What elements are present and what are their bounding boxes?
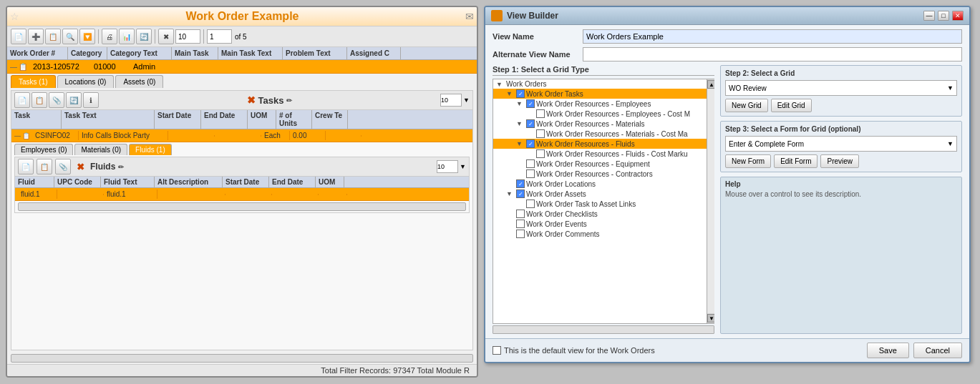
tree-item-9[interactable]: Work Order Resources - Contractors xyxy=(493,169,707,179)
tree-checkbox-10[interactable] xyxy=(516,179,525,188)
tree-expand-icon[interactable]: ▼ xyxy=(516,120,525,127)
tree-checkbox-11[interactable] xyxy=(516,189,525,198)
tasks-page-size[interactable] xyxy=(440,94,462,107)
tree-checkbox-4[interactable] xyxy=(526,119,535,128)
edit-grid-btn[interactable]: Edit Grid xyxy=(771,99,812,112)
step2-dropdown[interactable]: WO Review ▼ xyxy=(725,80,957,96)
tree-item-6[interactable]: ▼Work Order Resources - Fluids xyxy=(493,139,707,149)
tree-item-7[interactable]: Work Order Resources - Fluids - Cost Mar… xyxy=(493,149,707,159)
tree-hscrollbar[interactable] xyxy=(493,325,714,334)
fluids-page-size[interactable] xyxy=(437,160,458,173)
row-expand-icon[interactable]: — xyxy=(10,63,17,71)
default-checkbox-box[interactable] xyxy=(493,346,501,355)
task-info-btn[interactable]: ℹ xyxy=(83,92,99,108)
sub-tab-fluids[interactable]: Fluids (1) xyxy=(129,144,172,155)
star-icon[interactable]: ☆ xyxy=(10,11,19,22)
step3-dropdown[interactable]: Enter & Complete Form ▼ xyxy=(725,136,957,152)
tree-item-8[interactable]: Work Order Resources - Equipment xyxy=(493,159,707,169)
tree-expand-icon[interactable]: ▼ xyxy=(506,90,515,97)
tree-label-3: Work Order Resources - Employees - Cost … xyxy=(546,110,690,118)
task-new-btn[interactable]: 📄 xyxy=(14,92,30,108)
edit-form-btn[interactable]: Edit Form xyxy=(774,154,818,168)
maximize-btn[interactable]: □ xyxy=(938,11,949,21)
tree-checkbox-3[interactable] xyxy=(536,109,545,118)
scroll-down-btn[interactable]: ▼ xyxy=(707,314,714,323)
fluid-new-btn[interactable]: 📄 xyxy=(18,159,34,174)
tree-label-5: Work Order Resources - Materials - Cost … xyxy=(546,130,688,138)
search-btn[interactable]: 🔍 xyxy=(62,29,78,44)
new-form-btn[interactable]: New Form xyxy=(725,154,771,168)
cancel-btn[interactable]: Cancel xyxy=(913,343,962,358)
tree-item-13[interactable]: Work Order Checklists xyxy=(493,209,707,219)
task-refresh-btn[interactable]: 🔄 xyxy=(66,92,82,108)
mail-icon[interactable]: ✉ xyxy=(465,11,474,22)
tree-item-12[interactable]: Work Order Task to Asset Links xyxy=(493,199,707,209)
tree-expand-icon[interactable]: ▼ xyxy=(516,140,525,147)
sub-tab-materials[interactable]: Materials (0) xyxy=(74,144,127,155)
view-name-input[interactable] xyxy=(583,29,962,44)
tree-checkbox-15[interactable] xyxy=(516,230,525,238)
tree-expand-icon[interactable]: ▼ xyxy=(496,81,505,88)
fluid-copy-btn[interactable]: 📋 xyxy=(37,159,52,174)
new-btn[interactable]: 📄 xyxy=(11,29,26,44)
page-size-input[interactable] xyxy=(175,29,200,44)
tree-checkbox-1[interactable] xyxy=(516,89,525,98)
scroll-up-btn[interactable]: ▲ xyxy=(707,80,714,89)
fluids-scrollbar[interactable] xyxy=(18,202,466,211)
open-btn[interactable]: ➕ xyxy=(28,29,44,44)
tree-checkbox-5[interactable] xyxy=(536,129,545,138)
tree-checkbox-14[interactable] xyxy=(516,220,525,228)
tree-item-14[interactable]: Work Order Events xyxy=(493,219,707,229)
tree-checkbox-8[interactable] xyxy=(526,159,535,168)
tree-checkbox-7[interactable] xyxy=(536,149,545,158)
print-btn[interactable]: 🖨 xyxy=(102,29,117,44)
save-btn[interactable]: Save xyxy=(867,343,909,358)
tree-checkbox-13[interactable] xyxy=(516,210,525,218)
task-attach-btn[interactable]: 📎 xyxy=(49,92,64,108)
tree-item-11[interactable]: ▼Work Order Assets xyxy=(493,189,707,199)
fluids-filter-icon[interactable]: ✏ xyxy=(118,163,124,171)
tree-item-2[interactable]: ▼Work Order Resources - Employees xyxy=(493,99,707,109)
tree-checkbox-12[interactable] xyxy=(526,200,535,208)
fluid-attach-btn[interactable]: 📎 xyxy=(55,159,71,174)
tree-checkbox-6[interactable] xyxy=(526,139,535,148)
tree-item-10[interactable]: Work Order Locations xyxy=(493,179,707,189)
tree-checkbox-2[interactable] xyxy=(526,99,535,108)
vb-main-content: Step 1: Select a Grid Type ▼Work Orders▼… xyxy=(493,65,962,334)
task-expand-icon[interactable]: — xyxy=(14,132,21,139)
tree-item-0[interactable]: ▼Work Orders xyxy=(493,79,707,89)
tree-checkbox-9[interactable] xyxy=(526,169,535,178)
main-scrollbar-h[interactable] xyxy=(11,354,473,363)
fluids-data-row[interactable]: fluid.1 fluid.1 xyxy=(15,188,469,201)
alt-view-name-input[interactable] xyxy=(583,47,962,61)
minimize-btn[interactable]: — xyxy=(923,11,935,21)
col-crew: Crew Te xyxy=(312,110,348,129)
close-btn[interactable]: ✕ xyxy=(952,11,964,21)
tree-expand-icon[interactable]: ▼ xyxy=(506,190,515,197)
delete-btn[interactable]: ✖ xyxy=(158,29,174,44)
filter-btn[interactable]: 🔽 xyxy=(79,29,95,44)
new-grid-btn[interactable]: New Grid xyxy=(725,99,768,112)
tree-item-5[interactable]: Work Order Resources - Materials - Cost … xyxy=(493,129,707,139)
default-view-checkbox-row[interactable]: This is the default view for the Work Or… xyxy=(493,346,863,355)
chart-btn[interactable]: 📊 xyxy=(119,29,135,44)
sub-tab-employees[interactable]: Employees (0) xyxy=(14,144,73,155)
tree-item-4[interactable]: ▼Work Order Resources - Materials xyxy=(493,119,707,129)
tab-assets[interactable]: Assets (0) xyxy=(115,75,163,88)
tasks-filter-icon[interactable]: ✏ xyxy=(286,97,292,104)
preview-btn[interactable]: Preview xyxy=(820,154,859,168)
tree-item-1[interactable]: ▼Work Order Tasks xyxy=(493,89,707,99)
tab-locations[interactable]: Locations (0) xyxy=(57,75,115,88)
task-copy-btn[interactable]: 📋 xyxy=(31,92,47,108)
tree-expand-icon[interactable]: ▼ xyxy=(516,100,525,107)
wo-data-row[interactable]: — 📋 2013-120572 01000 Admin xyxy=(7,60,477,74)
tree-item-3[interactable]: Work Order Resources - Employees - Cost … xyxy=(493,109,707,119)
page-num-input[interactable] xyxy=(207,29,232,44)
tab-tasks[interactable]: Tasks (1) xyxy=(11,75,56,88)
task-data-row[interactable]: — 📋 CSINFO02 Info Calls Block Party Each… xyxy=(11,129,472,142)
fluids-page-arrow[interactable]: ▼ xyxy=(460,163,466,170)
copy-btn[interactable]: 📋 xyxy=(45,29,61,44)
refresh-btn[interactable]: 🔄 xyxy=(136,29,152,44)
tasks-page-arrow[interactable]: ▼ xyxy=(463,97,470,104)
tree-item-15[interactable]: Work Order Comments xyxy=(493,229,707,239)
